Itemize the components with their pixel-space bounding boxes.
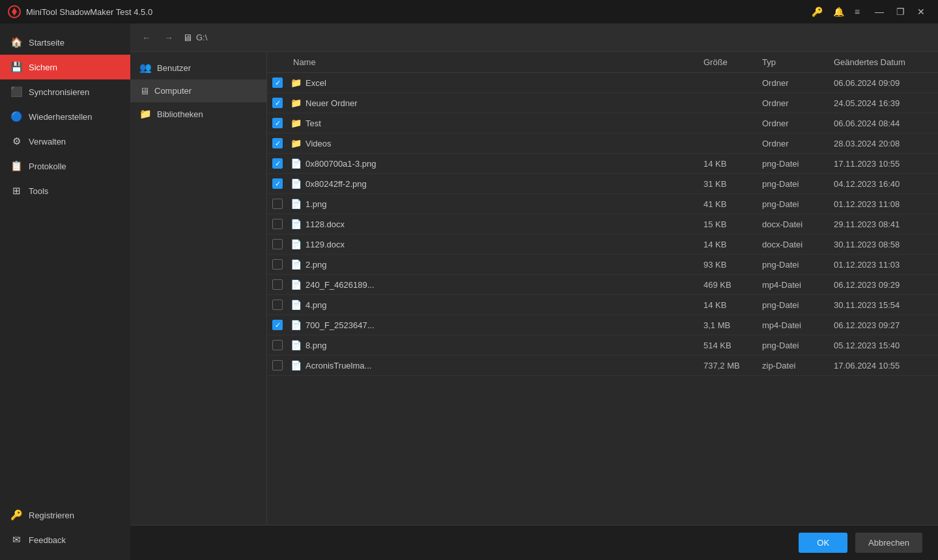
sidebar-icon-feedback: ✉ [10, 534, 22, 546]
row-checkbox-1[interactable] [272, 98, 283, 108]
close-button[interactable]: ✕ [912, 3, 930, 21]
menu-icon[interactable]: ≡ [855, 7, 860, 17]
folder-icon: 📁 [291, 138, 302, 148]
bell-icon[interactable]: 🔔 [833, 7, 844, 17]
table-row[interactable]: 📄1129.docx14 KBdocx-Datei30.11.2023 08:5… [267, 234, 938, 255]
cell-size: 14 KB [704, 240, 762, 249]
cell-date: 24.05.2024 16:39 [834, 98, 938, 108]
file-icon: 📄 [291, 259, 302, 270]
table-row[interactable]: 📁VideosOrdner28.03.2024 20:08 [267, 133, 938, 154]
table-row[interactable]: 📄0x800700a1-3.png14 KBpng-Datei17.11.202… [267, 154, 938, 174]
sidebar-label-protokolle: Protokolle [29, 161, 66, 171]
row-checkbox-11[interactable] [272, 300, 283, 310]
cell-type: png-Datei [762, 179, 834, 189]
window-controls: — ❐ ✕ [870, 3, 930, 21]
cell-type: png-Datei [762, 300, 834, 310]
tree-item-benutzer[interactable]: 👥 Benutzer [130, 56, 266, 79]
row-checkbox-5[interactable] [272, 178, 283, 189]
cell-date: 30.11.2023 15:54 [834, 300, 938, 310]
row-checkbox-13[interactable] [272, 340, 283, 350]
table-row[interactable]: 📄0x80242ff-2.png31 KBpng-Datei04.12.2023… [267, 174, 938, 194]
row-checkbox-3[interactable] [272, 138, 283, 148]
cell-size: 14 KB [704, 300, 762, 310]
bottom-bar: OK Abbrechen [130, 525, 938, 560]
sidebar-item-sichern[interactable]: 💾 Sichern [0, 55, 130, 79]
table-row[interactable]: 📄4.png14 KBpng-Datei30.11.2023 15:54 [267, 295, 938, 315]
row-checkbox-14[interactable] [272, 360, 283, 371]
sidebar-item-synchronisieren[interactable]: ⬛ Synchronisieren [0, 79, 130, 104]
sidebar-item-registrieren[interactable]: 🔑 Registrieren [0, 503, 130, 527]
drive-icon: 🖥 [182, 32, 192, 43]
table-row[interactable]: 📄2.png93 KBpng-Datei01.12.2023 11:03 [267, 255, 938, 275]
cell-size: 15 KB [704, 219, 762, 229]
table-row[interactable]: 📄240_F_4626189...469 KBmp4-Datei06.12.20… [267, 275, 938, 295]
sidebar-label-verwalten: Verwalten [29, 137, 66, 147]
row-checkbox-4[interactable] [272, 158, 283, 169]
cancel-button[interactable]: Abbrechen [855, 533, 922, 553]
cell-type: zip-Datei [762, 361, 834, 371]
cell-date: 17.11.2023 10:55 [834, 159, 938, 169]
table-row[interactable]: 📄1128.docx15 KBdocx-Datei29.11.2023 08:4… [267, 214, 938, 234]
sidebar-label-wiederherstellen: Wiederherstellen [29, 112, 92, 122]
ok-button[interactable]: OK [799, 533, 847, 553]
table-row[interactable]: 📄8.png514 KBpng-Datei05.12.2023 15:40 [267, 335, 938, 356]
minimize-button[interactable]: — [870, 3, 888, 21]
row-checkbox-6[interactable] [272, 199, 283, 209]
sidebar-item-protokolle[interactable]: 📋 Protokolle [0, 154, 130, 178]
sidebar-item-tools[interactable]: ⊞ Tools [0, 178, 130, 203]
cell-name: 1.png [306, 199, 704, 209]
sidebar-item-feedback[interactable]: ✉ Feedback [0, 527, 130, 552]
header-name: Name [293, 57, 704, 67]
row-checkbox-0[interactable] [272, 77, 283, 88]
row-checkbox-10[interactable] [272, 279, 283, 290]
header-type: Typ [762, 57, 834, 67]
forward-button[interactable]: → [160, 30, 177, 46]
table-row[interactable]: 📄1.png41 KBpng-Datei01.12.2023 11:08 [267, 194, 938, 214]
sidebar: 🏠 Startseite 💾 Sichern ⬛ Synchronisieren… [0, 23, 130, 560]
cell-name: AcronisTruelma... [306, 361, 704, 371]
sidebar-icon-verwalten: ⚙ [10, 135, 22, 147]
cell-name: 2.png [306, 260, 704, 270]
nav-bar: ← → 🖥 G:\ [130, 23, 938, 52]
titlebar: MiniTool ShadowMaker Test 4.5.0 🔑 🔔 ≡ — … [0, 0, 938, 23]
sidebar-icon-protokolle: 📋 [10, 160, 22, 172]
sidebar-icon-tools: ⊞ [10, 185, 22, 197]
table-row[interactable]: 📁ExcelOrdner06.06.2024 09:09 [267, 73, 938, 93]
row-checkbox-8[interactable] [272, 239, 283, 249]
row-checkbox-7[interactable] [272, 219, 283, 229]
sidebar-icon-sichern: 💾 [10, 61, 22, 73]
back-button[interactable]: ← [138, 30, 155, 46]
table-row[interactable]: 📁Neuer OrdnerOrdner24.05.2024 16:39 [267, 93, 938, 113]
cell-type: png-Datei [762, 341, 834, 350]
file-icon: 📄 [291, 158, 302, 169]
cell-name: 1129.docx [306, 240, 704, 249]
table-row[interactable]: 📁TestOrdner06.06.2024 08:44 [267, 113, 938, 133]
cell-type: Ordner [762, 139, 834, 148]
file-icon: 📄 [291, 178, 302, 189]
cell-type: mp4-Datei [762, 280, 834, 290]
tree-item-bibliotheken[interactable]: 📁 Bibliotheken [130, 102, 266, 126]
key-icon[interactable]: 🔑 [812, 7, 823, 17]
sidebar-item-verwalten[interactable]: ⚙ Verwalten [0, 129, 130, 154]
cell-type: png-Datei [762, 159, 834, 169]
cell-type: Ordner [762, 119, 834, 128]
table-row[interactable]: 📄700_F_2523647...3,1 MBmp4-Datei06.12.20… [267, 315, 938, 335]
tree-item-computer[interactable]: 🖥 Computer [130, 79, 266, 102]
cell-type: mp4-Datei [762, 320, 834, 330]
cell-name: 240_F_4626189... [306, 280, 704, 290]
cell-date: 06.12.2023 09:29 [834, 280, 938, 290]
row-checkbox-9[interactable] [272, 259, 283, 270]
row-checkbox-2[interactable] [272, 118, 283, 128]
sidebar-item-wiederherstellen[interactable]: 🔵 Wiederherstellen [0, 104, 130, 129]
cell-date: 06.12.2023 09:27 [834, 320, 938, 330]
sidebar-item-startseite[interactable]: 🏠 Startseite [0, 30, 130, 55]
row-checkbox-12[interactable] [272, 320, 283, 330]
table-row[interactable]: 📄AcronisTruelma...737,2 MBzip-Datei17.06… [267, 356, 938, 376]
app-title: MiniTool ShadowMaker Test 4.5.0 [26, 7, 812, 17]
file-icon: 📄 [291, 300, 302, 310]
cell-type: png-Datei [762, 260, 834, 270]
file-rows: 📁ExcelOrdner06.06.2024 09:09📁Neuer Ordne… [267, 73, 938, 525]
file-icon: 📄 [291, 239, 302, 249]
maximize-button[interactable]: ❐ [891, 3, 909, 21]
cell-name: Videos [306, 139, 704, 148]
